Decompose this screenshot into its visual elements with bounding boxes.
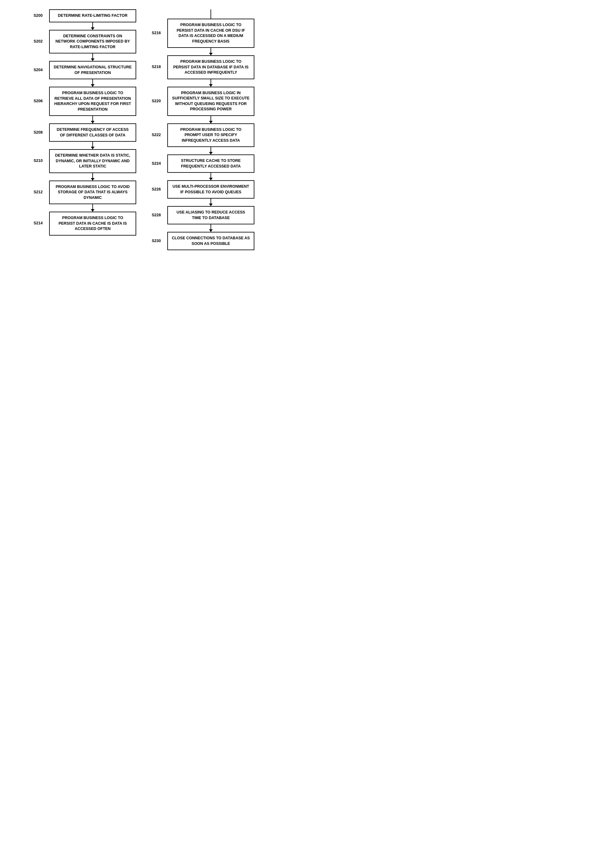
label-s222: S222: [152, 132, 161, 138]
step-s208: S208 DETERMINE FREQUENCY OF ACCESS OF DI…: [49, 123, 136, 142]
arrow-5: [92, 173, 93, 181]
step-s220: S220 PROGRAM BUSINESS LOGIC IN SUFFICIEN…: [167, 87, 255, 116]
label-s210: S210: [34, 158, 43, 164]
label-s214: S214: [34, 221, 43, 226]
left-column: S200 DETERMINE RATE-LIMITING FACTOR S202…: [40, 9, 146, 236]
label-s230: S230: [152, 239, 161, 244]
arrow-r3: [211, 147, 211, 155]
arrow-1: [92, 53, 93, 61]
arrow-2: [92, 79, 93, 87]
arrow-r4: [211, 173, 211, 180]
text-s230: CLOSE CONNECTIONS TO DATABASE AS SOON AS…: [172, 236, 250, 246]
text-s220: PROGRAM BUSINESS LOGIC IN SUFFICIENTLY S…: [172, 91, 250, 112]
arrow-0: [92, 22, 93, 30]
step-s202: S202 DETERMINE CONSTRAINTS ON NETWORK CO…: [49, 30, 136, 54]
label-s204: S204: [34, 67, 43, 73]
label-s228: S228: [152, 212, 161, 218]
step-s206: S206 PROGRAM BUSINESS LOGIC TO RETRIEVE …: [49, 87, 136, 116]
step-s214: S214 PROGRAM BUSINESS LOGIC TO PERSIST D…: [49, 212, 136, 236]
text-s216: PROGRAM BUSINESS LOGIC TO PERSIST DATA I…: [177, 23, 245, 43]
step-s228: S228 USE ALIASING TO REDUCE ACCESS TIME …: [167, 206, 255, 225]
label-s226: S226: [152, 187, 161, 192]
arrow-3: [92, 116, 93, 123]
arrow-r5: [211, 198, 211, 206]
step-s218: S218 PROGRAM BUSINESS LOGIC TO PERSIST D…: [167, 55, 255, 79]
step-s212: S212 PROGRAM BUSINESS LOGIC TO AVOID STO…: [49, 181, 136, 205]
text-s218: PROGRAM BUSINESS LOGIC TO PERSIST DATA I…: [173, 59, 248, 74]
text-s212: PROGRAM BUSINESS LOGIC TO AVOID STORAGE …: [56, 184, 130, 200]
text-s204: DETERMINE NAVIGATIONAL STRUCTURE OF PRES…: [54, 65, 132, 75]
step-s216: S216 PROGRAM BUSINESS LOGIC TO PERSIST D…: [167, 19, 255, 48]
text-s214: PROGRAM BUSINESS LOGIC TO PERSIST DATA I…: [59, 216, 127, 231]
step-s226: S226 USE MULTI-PROCESSOR ENVIRONMENT IF …: [167, 180, 255, 198]
text-s202: DETERMINE CONSTRAINTS ON NETWORK COMPONE…: [55, 34, 130, 49]
text-s226: USE MULTI-PROCESSOR ENVIRONMENT IF POSSI…: [172, 184, 249, 194]
text-s206: PROGRAM BUSINESS LOGIC TO RETRIEVE ALL D…: [54, 91, 131, 112]
top-connector: [211, 9, 211, 19]
arrow-r2: [211, 116, 211, 123]
arrow-r6: [211, 225, 211, 232]
step-s200: S200 DETERMINE RATE-LIMITING FACTOR: [49, 9, 136, 22]
right-column: S216 PROGRAM BUSINESS LOGIC TO PERSIST D…: [158, 9, 264, 250]
label-s206: S206: [34, 99, 43, 104]
label-s224: S224: [152, 161, 161, 167]
arrow-r0: [211, 48, 211, 55]
label-s208: S208: [34, 130, 43, 135]
arrow-r1: [211, 79, 211, 87]
text-s224: STRUCTURE CACHE TO STORE FREQUENTLY ACCE…: [181, 158, 241, 169]
label-s218: S218: [152, 65, 161, 70]
text-s210: DETERMINE WHETHER DATA IS STATIC, DYNAMI…: [55, 153, 130, 169]
text-s200: DETERMINE RATE-LIMITING FACTOR: [58, 13, 127, 18]
arrow-6: [92, 204, 93, 212]
text-s208: DETERMINE FREQUENCY OF ACCESS OF DIFFERE…: [57, 127, 129, 137]
label-s216: S216: [152, 31, 161, 36]
flowchart: S200 DETERMINE RATE-LIMITING FACTOR S202…: [6, 9, 297, 250]
text-s222: PROGRAM BUSINESS LOGIC TO PROMPT USER TO…: [180, 127, 241, 143]
arrow-4: [92, 142, 93, 149]
step-s222: S222 PROGRAM BUSINESS LOGIC TO PROMPT US…: [167, 123, 255, 147]
text-s228: USE ALIASING TO REDUCE ACCESS TIME TO DA…: [177, 210, 245, 220]
step-s224: S224 STRUCTURE CACHE TO STORE FREQUENTLY…: [167, 155, 255, 173]
step-s230: S230 CLOSE CONNECTIONS TO DATABASE AS SO…: [167, 232, 255, 250]
step-s204: S204 DETERMINE NAVIGATIONAL STRUCTURE OF…: [49, 61, 136, 79]
step-s210: S210 DETERMINE WHETHER DATA IS STATIC, D…: [49, 149, 136, 173]
label-s212: S212: [34, 189, 43, 195]
label-s200: S200: [34, 13, 43, 19]
label-s220: S220: [152, 99, 161, 104]
label-s202: S202: [34, 39, 43, 45]
